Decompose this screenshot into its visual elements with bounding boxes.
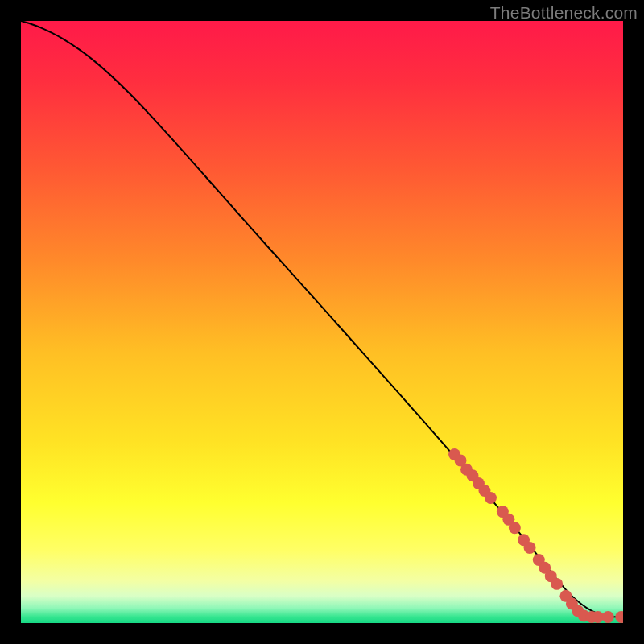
chart-overlay: [21, 21, 623, 623]
marker-group: [448, 448, 623, 623]
plot-area: [21, 21, 623, 623]
bottleneck-curve: [21, 21, 623, 617]
data-marker: [524, 542, 536, 554]
data-marker: [509, 522, 521, 534]
data-marker: [485, 492, 497, 504]
data-marker: [551, 578, 563, 590]
data-marker: [602, 611, 614, 623]
watermark-text: TheBottleneck.com: [490, 3, 638, 23]
chart-frame: TheBottleneck.com: [0, 0, 644, 644]
data-marker: [592, 611, 604, 623]
